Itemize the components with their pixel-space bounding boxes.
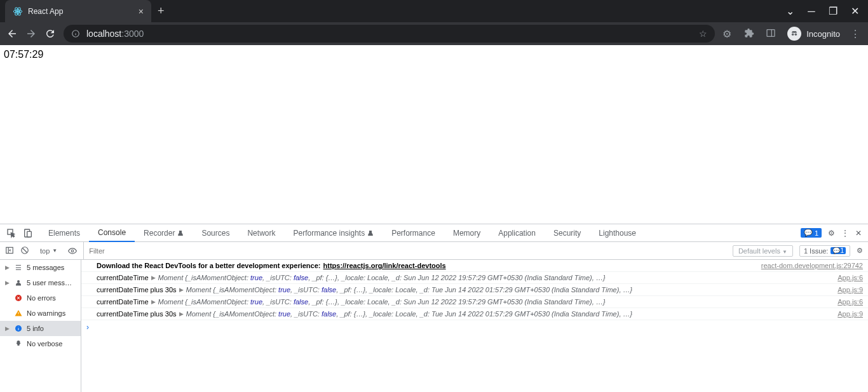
tab-security[interactable]: Security (545, 224, 590, 242)
tab-performance[interactable]: Performance (383, 224, 444, 242)
devtools-panel: Elements Console Recorder Sources Networ… (0, 224, 868, 392)
console-message[interactable]: currentDateTime plus 30s ▶Moment {_isAMo… (81, 284, 868, 296)
tab-network[interactable]: Network (238, 224, 284, 242)
source-link[interactable]: App.js:6 (830, 298, 863, 306)
devtools-tabs: Elements Console Recorder Sources Networ… (0, 224, 868, 242)
tab-title: React App (28, 7, 133, 16)
tab-console[interactable]: Console (89, 224, 135, 242)
info-icon (14, 324, 23, 333)
expand-icon[interactable]: ▶ (151, 299, 156, 305)
expand-icon[interactable]: ▶ (179, 287, 184, 293)
url-input[interactable]: localhost:3000 ☆ (64, 25, 715, 43)
console-settings-icon[interactable]: ⚙ (857, 247, 863, 255)
time-display: 07:57:29 (4, 49, 43, 60)
sidebar-warnings[interactable]: No warnings (0, 306, 81, 321)
expand-icon[interactable]: ▶ (179, 311, 184, 317)
incognito-icon (787, 27, 801, 41)
tab-elements[interactable]: Elements (39, 224, 89, 242)
filter-input[interactable] (89, 247, 721, 255)
sidebar-verbose[interactable]: No verbose (0, 336, 81, 351)
console-message[interactable]: currentDateTime ▶Moment {_isAMomentObjec… (81, 296, 868, 308)
live-expression-icon[interactable] (68, 247, 77, 255)
incognito-label: Incognito (806, 29, 840, 39)
minimize-button[interactable]: ─ (807, 7, 816, 16)
tab-perf-insights[interactable]: Performance insights (284, 224, 383, 242)
sidebar-messages[interactable]: ▶☰5 messages (0, 260, 81, 275)
sidebar-toggle-icon[interactable] (5, 246, 14, 256)
console-message[interactable]: Download the React DevTools for a better… (81, 260, 868, 272)
close-window-button[interactable]: ✕ (850, 7, 859, 16)
url-host: localhost (86, 29, 121, 39)
page-content: 07:57:29 (0, 45, 868, 224)
browser-tab-bar: React App × + ⌄ ─ ❐ ✕ (0, 0, 868, 22)
clear-console-icon[interactable] (20, 246, 29, 256)
bookmark-icon[interactable]: ☆ (699, 29, 707, 39)
list-icon: ☰ (14, 263, 23, 272)
verbose-icon (14, 339, 23, 348)
warning-icon (14, 309, 23, 318)
svg-rect-7 (767, 30, 775, 37)
svg-point-19 (17, 280, 20, 283)
reload-button[interactable] (44, 28, 56, 39)
kebab-menu-icon[interactable]: ⋮ (850, 28, 862, 39)
address-bar: localhost:3000 ☆ ⚙ Incognito ⋮ (0, 22, 868, 45)
svg-point-18 (71, 250, 74, 252)
device-icon[interactable] (23, 228, 33, 238)
tab-memory[interactable]: Memory (444, 224, 489, 242)
issues-button[interactable]: 1 Issue: 💬1 (799, 245, 850, 257)
extensions-icon[interactable] (744, 28, 756, 39)
console-toolbar: top ▼ Default levels ▼ 1 Issue: 💬1 ⚙ (0, 242, 868, 260)
sidebar-info[interactable]: ▶5 info (0, 321, 81, 336)
devtools-link[interactable]: https://reactjs.org/link/react-devtools (323, 262, 446, 269)
tab-sources[interactable]: Sources (193, 224, 238, 242)
back-button[interactable] (6, 28, 18, 39)
panel-icon[interactable] (766, 28, 777, 39)
feedback-button[interactable]: 💬1 (801, 228, 822, 238)
browser-tab[interactable]: React App × (5, 0, 151, 22)
close-tab-icon[interactable]: × (139, 6, 144, 17)
log-levels-selector[interactable]: Default levels ▼ (733, 245, 793, 257)
console-message[interactable]: currentDateTime ▶Moment {_isAMomentObjec… (81, 272, 868, 284)
svg-line-17 (23, 248, 27, 252)
console-prompt[interactable]: › (81, 320, 868, 334)
console-sidebar: ▶☰5 messages ▶5 user mess… No errors No … (0, 260, 81, 392)
url-port: :3000 (121, 29, 144, 39)
maximize-button[interactable]: ❐ (829, 7, 837, 16)
svg-point-9 (792, 33, 794, 36)
extension-icon[interactable]: ⚙ (722, 28, 734, 39)
message-text: Download the React DevTools for a better… (97, 262, 321, 269)
console-message[interactable]: currentDateTime plus 30s ▶Moment {_isAMo… (81, 308, 868, 320)
chevron-down-icon[interactable]: ⌄ (785, 7, 794, 16)
beaker-icon (367, 230, 374, 236)
kebab-icon[interactable]: ⋮ (841, 229, 849, 238)
tab-lighthouse[interactable]: Lighthouse (590, 224, 645, 242)
beaker-icon (177, 230, 184, 236)
source-link[interactable]: App.js:6 (830, 274, 863, 281)
filter-box (83, 242, 726, 259)
inspect-icon[interactable] (6, 228, 17, 238)
expand-icon[interactable]: ▶ (151, 274, 156, 281)
gear-icon[interactable]: ⚙ (828, 229, 835, 238)
console-output: Download the React DevTools for a better… (81, 260, 868, 392)
sidebar-user-messages[interactable]: ▶5 user mess… (0, 275, 81, 290)
forward-button[interactable] (25, 28, 37, 39)
svg-point-0 (17, 10, 19, 12)
user-icon (14, 278, 23, 287)
svg-rect-13 (27, 231, 32, 237)
react-logo-icon (13, 6, 23, 17)
close-devtools-icon[interactable]: ✕ (855, 229, 862, 238)
context-selector[interactable]: top ▼ (36, 245, 62, 257)
tab-application[interactable]: Application (489, 224, 545, 242)
tab-recorder[interactable]: Recorder (135, 224, 193, 242)
error-icon (14, 294, 23, 302)
sidebar-errors[interactable]: No errors (0, 290, 81, 306)
source-link[interactable]: App.js:9 (830, 286, 863, 294)
new-tab-button[interactable]: + (158, 4, 165, 18)
source-link[interactable]: react-dom.development.js:29742 (754, 262, 863, 269)
info-icon (71, 29, 80, 38)
source-link[interactable]: App.js:9 (830, 310, 863, 318)
incognito-indicator[interactable]: Incognito (787, 27, 840, 41)
svg-point-10 (795, 33, 797, 36)
